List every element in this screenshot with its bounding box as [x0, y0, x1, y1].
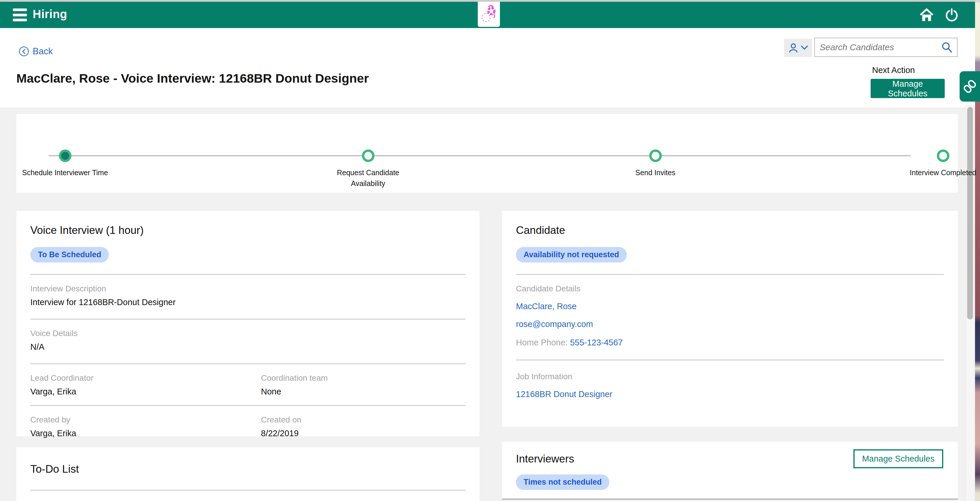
created-row: Created by Varga, Erika Created on 8/22/…: [30, 406, 466, 438]
company-logo: [478, 2, 500, 27]
logo-graphic: [479, 3, 498, 26]
divider: [30, 319, 466, 319]
candidate-email-link[interactable]: rose@company.com: [516, 319, 593, 329]
search-icon[interactable]: [940, 41, 953, 53]
interviewers-divider: [502, 498, 958, 500]
lead-coordinator-field: Lead Coordinator Varga, Erika: [30, 364, 261, 396]
voice-details-field: Voice Details N/A: [30, 329, 466, 364]
screen: Hiring: [0, 0, 980, 501]
candidate-status-badge: Availability not requested: [516, 247, 627, 262]
scrollbar-thumb[interactable]: [967, 107, 973, 319]
menu-icon[interactable]: [13, 8, 27, 21]
step-request-candidate-availability[interactable]: Request Candidate Availability: [321, 150, 415, 189]
page-header-section: Back MacClare, Rose - Voice Interview: 1…: [0, 28, 975, 107]
divider: [30, 274, 466, 275]
app-title: Hiring: [33, 8, 67, 21]
field-value: Varga, Erika: [30, 387, 261, 396]
step-circle-current: [59, 150, 72, 162]
candidate-name-link[interactable]: MacClare, Rose: [516, 302, 577, 311]
search-field: [815, 38, 958, 57]
back-icon: [19, 46, 29, 57]
todo-list-title: To-Do List: [30, 447, 466, 475]
interviewers-card: Interviewers Manage Schedules Times not …: [502, 442, 958, 501]
field-value: Interview for 12168BR-Donut Designer: [30, 297, 466, 307]
share-link-tab[interactable]: [959, 71, 980, 102]
candidate-card-title: Candidate: [516, 211, 944, 236]
field-label: Coordination team: [261, 373, 466, 383]
step-label: Schedule Interviewer Time: [18, 167, 112, 178]
app-header: Hiring: [0, 2, 975, 28]
field-value: None: [261, 387, 466, 396]
field-value: N/A: [30, 342, 466, 352]
step-schedule-interviewer-time[interactable]: Schedule Interviewer Time: [18, 150, 112, 178]
job-information-label: Job Information: [516, 372, 944, 381]
step-send-invites[interactable]: Send Invites: [609, 150, 702, 178]
search-scope-selector[interactable]: [784, 39, 812, 57]
header-actions: [920, 8, 959, 22]
manage-schedules-outline-button[interactable]: Manage Schedules: [853, 449, 943, 468]
todo-list-card: To-Do List: [16, 447, 479, 501]
field-label: Created on: [261, 415, 466, 424]
next-action-label: Next Action: [872, 65, 915, 75]
stepper-connector: [49, 155, 911, 156]
step-label: Send Invites: [609, 167, 702, 178]
candidate-card: Candidate Availability not requested Can…: [502, 211, 958, 427]
coordinator-row: Lead Coordinator Varga, Erika Coordinati…: [30, 364, 466, 396]
divider: [516, 274, 944, 275]
interview-description-field: Interview Description Interview for 1216…: [30, 284, 466, 319]
menu-bar: [13, 8, 27, 11]
coordination-team-field: Coordination team None: [261, 364, 466, 396]
step-label: Request Candidate Availability: [321, 167, 415, 189]
step-circle: [649, 150, 662, 162]
person-icon: [788, 42, 799, 54]
power-icon[interactable]: [945, 8, 959, 22]
field-label: Created by: [30, 415, 261, 424]
link-icon: [963, 80, 977, 93]
field-label: Interview Description: [30, 284, 466, 294]
voice-interview-card: Voice Interview (1 hour) To Be Scheduled…: [16, 211, 479, 436]
step-interview-completed[interactable]: Interview Completed: [896, 150, 980, 178]
back-label: Back: [33, 46, 53, 57]
interview-progress-stepper: Schedule Interviewer Time Request Candid…: [16, 114, 958, 193]
created-on-field: Created on 8/22/2019: [261, 406, 466, 438]
interviewers-status-badge: Times not scheduled: [516, 474, 609, 490]
step-label: Interview Completed: [896, 167, 980, 178]
created-by-field: Created by Varga, Erika: [30, 406, 261, 438]
field-label: Voice Details: [30, 329, 466, 338]
divider: [516, 360, 944, 360]
interview-status-badge: To Be Scheduled: [30, 247, 109, 262]
app-window: Hiring: [0, 2, 975, 501]
field-label: Lead Coordinator: [30, 373, 261, 383]
step-circle: [937, 150, 950, 162]
menu-bar: [13, 14, 27, 16]
manage-schedules-button[interactable]: Manage Schedules: [870, 79, 945, 98]
job-requisition-link[interactable]: 12168BR Donut Designer: [516, 389, 612, 399]
menu-bar: [13, 19, 27, 21]
home-icon[interactable]: [920, 8, 934, 22]
step-circle: [362, 150, 374, 162]
divider: [30, 490, 466, 490]
page-title: MacClare, Rose - Voice Interview: 12168B…: [16, 71, 369, 86]
interview-card-title: Voice Interview (1 hour): [30, 211, 466, 236]
home-phone-link[interactable]: 555-123-4567: [570, 338, 623, 348]
home-phone-label: Home Phone:: [516, 338, 568, 347]
chevron-down-icon: [800, 45, 808, 51]
field-value: 8/22/2019: [261, 429, 466, 438]
search-input[interactable]: [815, 42, 940, 52]
home-phone-line: Home Phone: 555-123-4567: [516, 338, 944, 348]
candidate-details-label: Candidate Details: [516, 284, 944, 294]
field-value: Varga, Erika: [30, 429, 261, 438]
back-button[interactable]: Back: [19, 46, 53, 57]
